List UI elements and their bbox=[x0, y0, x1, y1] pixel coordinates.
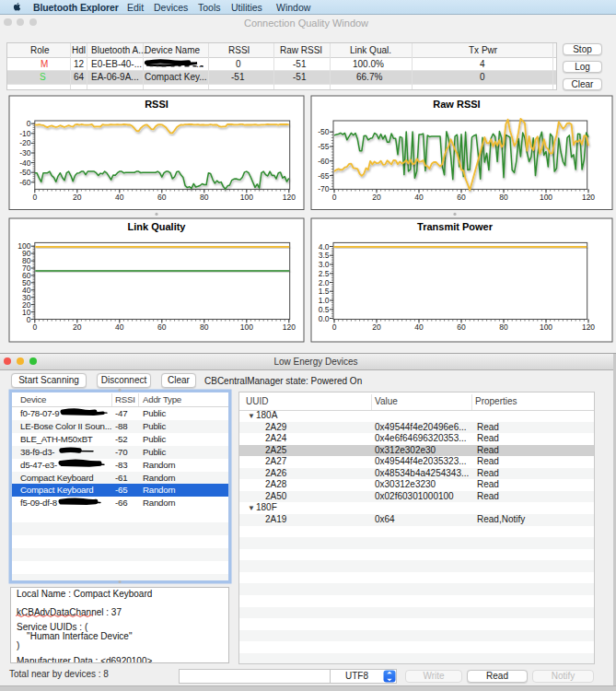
svg-text:120: 120 bbox=[283, 322, 296, 332]
svg-text:RSSI: RSSI bbox=[145, 99, 169, 110]
svg-text:80: 80 bbox=[200, 322, 209, 332]
svg-text:-65: -65 bbox=[318, 171, 330, 181]
svg-text:80: 80 bbox=[499, 322, 508, 332]
svg-text:0: 0 bbox=[32, 322, 37, 332]
svg-text:-50: -50 bbox=[19, 168, 31, 177]
svg-text:-60: -60 bbox=[318, 157, 330, 166]
svg-text:2.5: 2.5 bbox=[319, 269, 330, 278]
svg-text:60: 60 bbox=[457, 322, 466, 332]
svg-text:120: 120 bbox=[582, 193, 595, 202]
svg-text:0.0: 0.0 bbox=[319, 314, 330, 323]
svg-text:Link Quality: Link Quality bbox=[128, 221, 187, 232]
svg-text:-40: -40 bbox=[19, 158, 31, 168]
svg-text:100: 100 bbox=[240, 193, 253, 202]
svg-text:-70: -70 bbox=[318, 184, 330, 193]
svg-text:0.5: 0.5 bbox=[319, 305, 330, 314]
svg-text:100: 100 bbox=[240, 322, 253, 332]
svg-text:Raw RSSI: Raw RSSI bbox=[433, 99, 480, 110]
svg-text:Transmit Power: Transmit Power bbox=[417, 221, 494, 232]
svg-text:-55: -55 bbox=[318, 142, 330, 151]
svg-text:60: 60 bbox=[157, 193, 167, 202]
svg-text:3.5: 3.5 bbox=[319, 251, 330, 260]
svg-text:-20: -20 bbox=[19, 138, 31, 147]
svg-text:100: 100 bbox=[540, 322, 552, 332]
svg-text:20: 20 bbox=[372, 322, 381, 332]
svg-text:120: 120 bbox=[283, 193, 296, 202]
svg-text:-10: -10 bbox=[19, 129, 31, 138]
svg-text:20: 20 bbox=[73, 322, 82, 332]
svg-text:80: 80 bbox=[499, 193, 508, 202]
svg-text:120: 120 bbox=[582, 322, 595, 332]
svg-text:0: 0 bbox=[27, 119, 31, 128]
svg-text:40: 40 bbox=[115, 322, 124, 332]
svg-text:40: 40 bbox=[414, 322, 424, 332]
svg-text:60: 60 bbox=[457, 193, 466, 202]
svg-text:2.0: 2.0 bbox=[319, 278, 330, 287]
svg-text:40: 40 bbox=[414, 193, 424, 202]
svg-text:60: 60 bbox=[157, 322, 167, 332]
svg-text:100: 100 bbox=[540, 193, 552, 202]
svg-text:4.0: 4.0 bbox=[319, 242, 330, 252]
svg-text:-60: -60 bbox=[19, 178, 31, 187]
svg-text:1.0: 1.0 bbox=[319, 296, 330, 305]
svg-text:0: 0 bbox=[332, 193, 337, 202]
svg-text:80: 80 bbox=[200, 193, 209, 202]
svg-text:0: 0 bbox=[32, 193, 37, 202]
svg-text:40: 40 bbox=[115, 193, 124, 202]
svg-text:20: 20 bbox=[73, 193, 82, 202]
svg-text:-50: -50 bbox=[318, 127, 330, 136]
svg-text:1.5: 1.5 bbox=[319, 287, 330, 296]
svg-text:20: 20 bbox=[372, 193, 381, 202]
svg-text:-30: -30 bbox=[19, 148, 31, 158]
svg-text:0: 0 bbox=[27, 315, 31, 324]
svg-text:3.0: 3.0 bbox=[319, 260, 330, 269]
svg-text:0: 0 bbox=[332, 322, 337, 332]
